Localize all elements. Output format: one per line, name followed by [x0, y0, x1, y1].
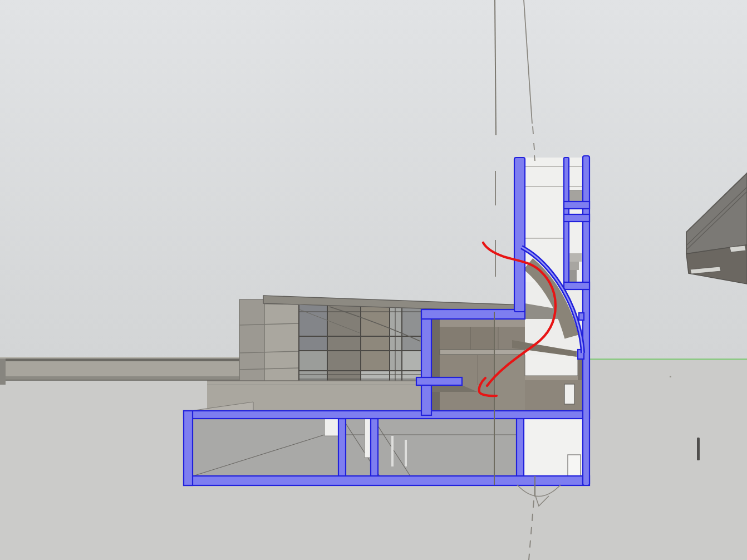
- room-door: [568, 455, 581, 477]
- cut-column: [338, 419, 346, 477]
- cut-partition: [517, 412, 524, 477]
- cut-stub-slab: [416, 377, 462, 385]
- bridge-end-cap: [0, 358, 6, 385]
- tower-gray-block: [569, 190, 583, 202]
- cut-mid-wall: [421, 310, 431, 415]
- white-opening: [525, 355, 578, 376]
- ground-speck: [670, 376, 671, 377]
- cut-tower-slab: [564, 282, 589, 289]
- cut-top-slab: [184, 411, 589, 419]
- side-wall: [239, 299, 264, 383]
- cut-column: [371, 419, 378, 477]
- opening-sill: [525, 376, 578, 380]
- cut-tower-slab: [564, 214, 589, 222]
- cut-left-wall: [184, 411, 193, 485]
- door-slit: [391, 436, 394, 466]
- section-plane-sheen: [494, 319, 525, 411]
- walkway-bridge[interactable]: [0, 357, 239, 385]
- door-opening: [325, 419, 338, 436]
- model-canvas[interactable]: [0, 0, 747, 560]
- concrete-pier: [264, 304, 299, 384]
- 3d-viewport[interactable]: [0, 0, 747, 560]
- cut-tower-left-wall: [514, 158, 525, 312]
- cut-nub: [579, 313, 584, 320]
- bridge-bottom-lip: [0, 376, 239, 380]
- bridge-top-edge: [0, 358, 239, 361]
- bridge-face: [0, 361, 239, 376]
- dark-post[interactable]: [697, 438, 700, 460]
- cut-bottom-slab: [184, 476, 589, 485]
- interior-shadow-left: [431, 319, 440, 411]
- cut-mid-slab: [421, 310, 525, 319]
- cut-tower-slab: [564, 202, 589, 209]
- door-slit: [405, 440, 407, 466]
- interior-door: [564, 384, 574, 404]
